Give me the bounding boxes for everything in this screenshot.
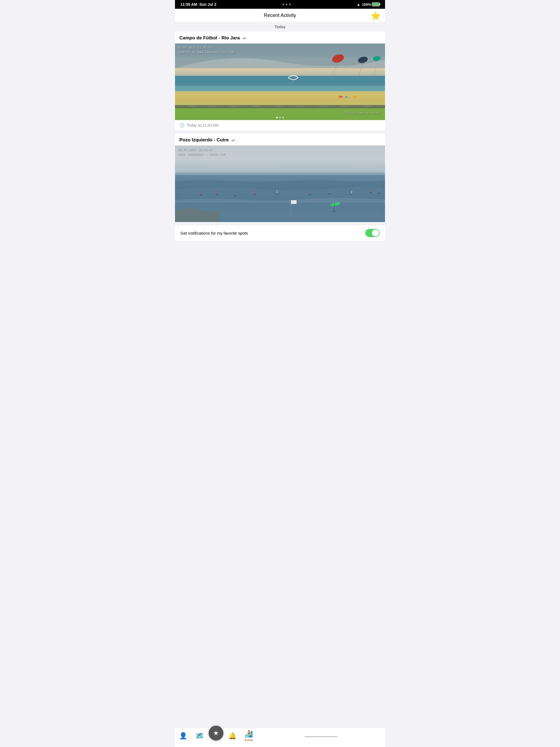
card-2-timestamp: 02.07.2023 10:41:44 POZO IZQUIERDO - CUT… — [178, 148, 225, 157]
dot-1 — [282, 4, 284, 5]
svg-line-44 — [310, 190, 310, 194]
card-1-time: Today at 11:43 AM — [187, 123, 219, 127]
svg-line-50 — [371, 189, 371, 192]
svg-line-48 — [351, 190, 352, 194]
bell-icon: 🔔 — [228, 732, 236, 740]
card-1-image[interactable]: 02-07-2023 11:42:57 powered by www.zahar… — [175, 44, 385, 120]
status-date: Sun Jul 2 — [199, 2, 216, 6]
svg-point-25 — [353, 96, 356, 97]
tab-profile[interactable]: 👤 — [175, 732, 192, 740]
card-1-footer: 🕐 Today at 11:43 AM — [175, 120, 385, 131]
card-2-title: Pozo Izquierdo - Cutre — [179, 137, 229, 143]
dot-inactive — [279, 117, 281, 119]
dot-3 — [289, 4, 291, 5]
svg-point-33 — [331, 210, 337, 212]
svg-point-45 — [308, 194, 311, 195]
battery-container: 100% — [362, 2, 380, 6]
person-icon: 👤 — [179, 732, 187, 740]
svg-point-20 — [373, 55, 381, 62]
notification-text: Get notifications for my favorite spots — [180, 231, 248, 235]
svg-rect-13 — [341, 106, 349, 107]
svg-point-16 — [331, 53, 345, 64]
ocean-scene-2: 02.07.2023 10:41:44 POZO IZQUIERDO - CUT… — [175, 146, 385, 222]
svg-point-18 — [357, 56, 368, 64]
svg-line-19 — [357, 63, 363, 80]
svg-rect-9 — [252, 106, 261, 107]
svg-line-38 — [235, 191, 236, 196]
svg-point-39 — [234, 195, 236, 196]
tab-notifications[interactable]: 🔔 — [224, 732, 240, 740]
status-time: 11:55 AM — [180, 2, 197, 6]
favorites-center-btn[interactable]: ★ — [209, 726, 223, 741]
center-star-icon: ★ — [213, 729, 219, 737]
svg-line-42 — [277, 190, 277, 194]
tab-activity[interactable]: 🏄 Activity — [240, 730, 257, 742]
svg-line-17 — [330, 62, 338, 82]
svg-point-53 — [378, 193, 380, 194]
dot-active — [276, 117, 278, 119]
activity-label: Activity — [245, 739, 253, 742]
card-1-timestamp: 02-07-2023 11:42:57 powered by www.zahar… — [178, 46, 234, 55]
svg-point-41 — [253, 194, 256, 195]
card-1-watermark: Tarifa Campo de futbol — [345, 111, 381, 114]
battery-fill — [373, 3, 379, 5]
tab-map[interactable]: 🗺️ — [192, 732, 208, 740]
kites-svg — [175, 44, 385, 120]
wind-icon-1: ⇌ — [243, 35, 246, 41]
svg-line-32 — [334, 203, 335, 211]
map-icon: 🗺️ — [196, 732, 204, 740]
svg-rect-11 — [297, 106, 305, 107]
svg-point-23 — [338, 96, 343, 98]
tab-favorites[interactable]: ★ — [208, 731, 224, 741]
svg-point-35 — [199, 195, 203, 196]
dot-2 — [286, 4, 287, 5]
tab-bar: 👤 🗺️ ★ 🔔 🏄 Activity — [175, 728, 385, 747]
scroll-content: Today Campo de Fútbol - Río Jara ⇌ — [175, 22, 385, 274]
toggle-knob — [372, 229, 379, 236]
svg-rect-30 — [291, 200, 297, 204]
section-today: Today — [175, 22, 385, 31]
svg-line-52 — [379, 190, 380, 193]
svg-rect-1 — [175, 68, 385, 76]
svg-line-21 — [374, 61, 377, 79]
svg-point-51 — [369, 192, 372, 193]
svg-point-49 — [350, 194, 353, 195]
card-1-header: Campo de Fútbol - Río Jara ⇌ — [175, 31, 385, 44]
favorites-star-icon[interactable]: ⭐ — [371, 11, 381, 20]
svg-rect-2 — [175, 76, 385, 91]
clock-icon-1: 🕐 — [179, 123, 184, 128]
beach-scene-1: 02-07-2023 11:42:57 powered by www.zahar… — [175, 44, 385, 120]
svg-rect-3 — [175, 86, 385, 93]
svg-point-24 — [345, 96, 348, 98]
svg-rect-7 — [208, 106, 216, 107]
card-2-header: Pozo Izquierdo - Cutre ⇌ — [175, 133, 385, 146]
svg-point-47 — [328, 193, 331, 195]
svg-rect-12 — [319, 106, 327, 107]
status-right: ▲ 100% — [357, 2, 380, 6]
svg-line-22 — [291, 78, 293, 91]
status-bar: 11:55 AM Sun Jul 2 ▲ 100% — [175, 0, 385, 9]
svg-line-36 — [218, 190, 218, 194]
svg-rect-4 — [175, 91, 385, 106]
svg-rect-27 — [175, 172, 385, 176]
wifi-icon: ▲ — [357, 2, 360, 6]
card-2-image[interactable]: 02.07.2023 10:41:44 POZO IZQUIERDO - CUT… — [175, 146, 385, 222]
page-title: Recent Activity — [264, 12, 296, 18]
carousel-dots-1 — [276, 117, 284, 119]
battery-pct: 100% — [362, 2, 371, 6]
windsurfers-svg — [175, 146, 385, 222]
svg-point-43 — [275, 193, 278, 195]
activity-card-1: Campo de Fútbol - Río Jara ⇌ — [175, 31, 385, 131]
wind-icon-2: ⇌ — [231, 137, 235, 143]
battery-bar — [372, 2, 380, 6]
svg-rect-10 — [275, 106, 283, 107]
svg-point-31 — [330, 202, 340, 207]
svg-rect-28 — [175, 175, 385, 222]
header: Recent Activity ⭐ — [175, 9, 385, 22]
svg-rect-14 — [363, 106, 371, 107]
notification-bar: Get notifications for my favorite spots — [175, 225, 385, 241]
activity-icon: 🏄 — [245, 730, 253, 738]
activity-card-2: Pozo Izquierdo - Cutre ⇌ — [175, 133, 385, 222]
notification-toggle[interactable] — [365, 229, 380, 237]
svg-point-37 — [216, 194, 219, 195]
